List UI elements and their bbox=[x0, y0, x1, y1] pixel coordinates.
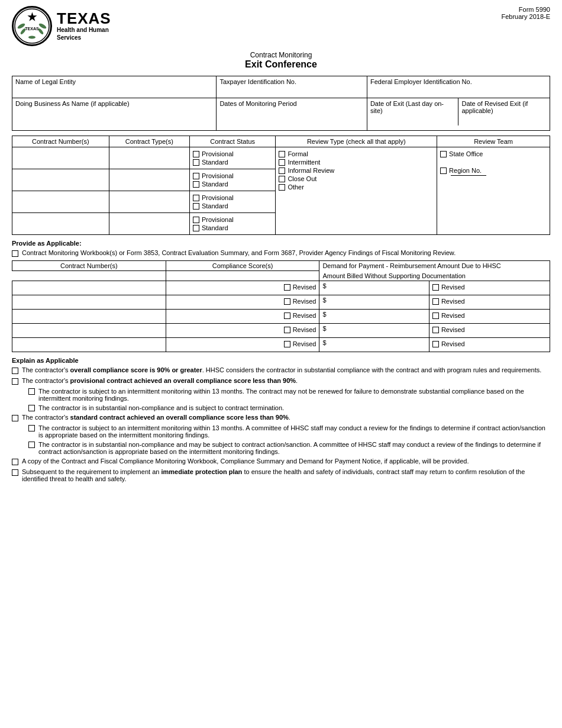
federal-employer-id-value[interactable] bbox=[370, 85, 547, 96]
review-team-cell: State Office Region No. bbox=[437, 147, 550, 235]
comp-contract-num-3[interactable] bbox=[12, 309, 166, 323]
status-standard-2: Standard bbox=[193, 181, 272, 188]
explain-checkbox-4[interactable] bbox=[12, 459, 18, 465]
logo-text: TEXAS Health and Human Services bbox=[57, 11, 111, 41]
status-provisional-checkbox-1[interactable] bbox=[193, 151, 199, 157]
explain-sub-item-2b: The contractor is in substantial non-com… bbox=[28, 404, 550, 411]
comp-revised-label-4: Revised bbox=[293, 326, 316, 333]
status-standard-checkbox-3[interactable] bbox=[193, 203, 199, 210]
review-closeout-checkbox[interactable] bbox=[279, 176, 285, 182]
page-title-block: Contract Monitoring Exit Conference bbox=[12, 51, 550, 70]
comp-billed-revised-checkbox-5[interactable] bbox=[432, 341, 439, 347]
status-standard-3: Standard bbox=[193, 202, 272, 210]
comp-revised-checkbox-4[interactable] bbox=[284, 327, 290, 333]
contract-type-1[interactable] bbox=[109, 147, 189, 169]
comp-contract-num-5[interactable] bbox=[12, 337, 166, 352]
doing-business-as-label: Doing Business As Name (if applicable) bbox=[15, 100, 213, 107]
review-closeout: Close Out bbox=[279, 175, 434, 182]
monitoring-period-cell: Dates of Monitoring Period bbox=[217, 98, 367, 131]
comp-contract-num-4[interactable] bbox=[12, 323, 166, 337]
status-provisional-checkbox-2[interactable] bbox=[193, 173, 199, 179]
status-standard-checkbox-2[interactable] bbox=[193, 181, 199, 188]
status-provisional-checkbox-3[interactable] bbox=[193, 195, 199, 201]
date-revised-exit-value[interactable] bbox=[461, 114, 547, 124]
explain-sub-checkbox-3b[interactable] bbox=[28, 442, 35, 448]
comp-amount-billed-3: Revised bbox=[429, 309, 550, 323]
team-state-office-checkbox[interactable] bbox=[440, 151, 447, 157]
provide-checkbox[interactable] bbox=[12, 250, 18, 257]
org-subtitle-line1: Health and Human bbox=[57, 26, 111, 34]
status-standard-1: Standard bbox=[193, 159, 272, 166]
contract-type-2[interactable] bbox=[109, 169, 189, 191]
explain-sub-checkbox-2a[interactable] bbox=[28, 388, 35, 395]
contract-type-4[interactable] bbox=[109, 213, 189, 235]
region-no-line[interactable] bbox=[451, 175, 486, 176]
comp-demand-5[interactable]: $ bbox=[319, 337, 429, 352]
status-standard-label-3: Standard bbox=[202, 202, 228, 210]
monitoring-period-value[interactable] bbox=[219, 107, 364, 117]
demand-payment-header: Demand for Payment - Reimbursement Amoun… bbox=[322, 262, 547, 269]
review-intermittent-checkbox[interactable] bbox=[279, 159, 285, 166]
explain-bold-5: immediate protection plan bbox=[161, 468, 242, 475]
team-region-checkbox[interactable] bbox=[440, 167, 447, 174]
review-other: Other bbox=[279, 183, 434, 191]
comp-revised-checkbox-2[interactable] bbox=[284, 298, 290, 305]
comp-billed-revised-checkbox-3[interactable] bbox=[432, 313, 439, 319]
status-provisional-label-2: Provisional bbox=[202, 172, 234, 179]
contract-type-3[interactable] bbox=[109, 191, 189, 213]
amount-billed-header: Amount Billed Without Supporting Documen… bbox=[319, 271, 550, 281]
contract-num-3[interactable] bbox=[12, 191, 109, 213]
explain-sub-item-3a: The contractor is subject to an intermit… bbox=[28, 424, 550, 439]
review-other-checkbox[interactable] bbox=[279, 184, 285, 191]
date-of-exit-value[interactable] bbox=[370, 114, 456, 124]
contract-row-1: Provisional Standard Formal Intermittent bbox=[12, 147, 550, 169]
taxpayer-id-value[interactable] bbox=[219, 85, 364, 96]
comp-revised-checkbox-3[interactable] bbox=[284, 313, 290, 319]
contract-num-2[interactable] bbox=[12, 169, 109, 191]
contract-table: Contract Number(s) Contract Type(s) Cont… bbox=[12, 136, 550, 235]
explain-checkbox-1[interactable] bbox=[12, 368, 18, 374]
review-formal-checkbox[interactable] bbox=[279, 151, 285, 157]
status-standard-checkbox-1[interactable] bbox=[193, 159, 199, 166]
compliance-col1-header: Contract Number(s) bbox=[12, 261, 166, 271]
contract-status-4: Provisional Standard bbox=[189, 213, 275, 235]
contract-num-1[interactable] bbox=[12, 147, 109, 169]
explain-item-2: The contractor's provisional contract ac… bbox=[12, 377, 550, 385]
comp-revised-checkbox-1[interactable] bbox=[284, 284, 290, 291]
comp-billed-revised-1: Revised bbox=[432, 284, 547, 291]
explain-sub-checkbox-2b[interactable] bbox=[28, 405, 35, 411]
dollar-sign-4: $ bbox=[322, 325, 326, 332]
comp-amount-billed-1: Revised bbox=[429, 281, 550, 295]
comp-amount-billed-5: Revised bbox=[429, 337, 550, 352]
date-of-exit-cell: Date of Exit (Last day on-site) bbox=[367, 98, 458, 125]
comp-revised-checkbox-5[interactable] bbox=[284, 341, 290, 347]
comp-demand-2[interactable]: $ bbox=[319, 295, 429, 309]
explain-checkbox-3[interactable] bbox=[12, 415, 18, 421]
doing-business-as-value[interactable] bbox=[15, 107, 213, 117]
comp-demand-1[interactable]: $ bbox=[319, 281, 429, 295]
comp-demand-3[interactable]: $ bbox=[319, 309, 429, 323]
status-standard-checkbox-4[interactable] bbox=[193, 225, 199, 231]
contract-num-4[interactable] bbox=[12, 213, 109, 235]
dollar-sign-5: $ bbox=[322, 339, 326, 346]
explain-sub-checkbox-3a[interactable] bbox=[28, 425, 35, 431]
comp-billed-revised-checkbox-1[interactable] bbox=[432, 284, 439, 291]
dollar-sign-3: $ bbox=[322, 311, 326, 318]
comp-amount-billed-4: Revised bbox=[429, 323, 550, 337]
explain-item-5: Subsequent to the requirement to impleme… bbox=[12, 468, 550, 482]
comp-billed-revised-checkbox-4[interactable] bbox=[432, 327, 439, 333]
comp-contract-num-1[interactable] bbox=[12, 281, 166, 295]
comp-demand-4[interactable]: $ bbox=[319, 323, 429, 337]
comp-contract-num-2[interactable] bbox=[12, 295, 166, 309]
review-informal-checkbox[interactable] bbox=[279, 167, 285, 174]
logo-circle: ★ TEXAS bbox=[12, 6, 52, 46]
compliance-header-row: Contract Number(s) Compliance Score(s) D… bbox=[12, 261, 550, 271]
explain-checkbox-5[interactable] bbox=[12, 469, 18, 476]
comp-revised-label-2: Revised bbox=[293, 298, 316, 305]
comp-score-4: Revised bbox=[166, 323, 319, 337]
legal-entity-value[interactable] bbox=[15, 85, 213, 96]
status-provisional-checkbox-4[interactable] bbox=[193, 217, 199, 223]
comp-billed-revised-checkbox-2[interactable] bbox=[432, 298, 439, 305]
explain-checkbox-2[interactable] bbox=[12, 378, 18, 385]
comp-billed-revised-label-1: Revised bbox=[441, 284, 465, 291]
